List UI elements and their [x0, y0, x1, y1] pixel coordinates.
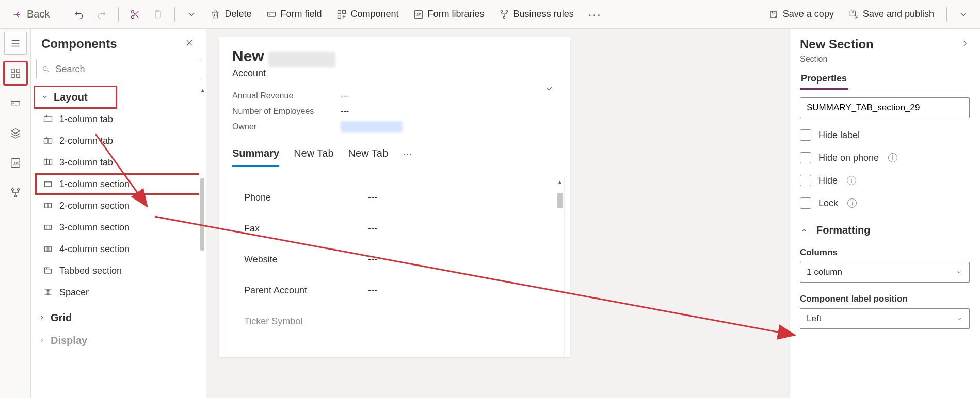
field-row[interactable]: Ticker Symbol	[224, 306, 564, 337]
tabs-overflow[interactable]: ···	[403, 147, 412, 161]
field-row[interactable]: Phone ---	[224, 183, 564, 213]
search-icon	[42, 64, 50, 74]
form-scrollbar[interactable]: ▲	[556, 177, 564, 357]
hamburger-button[interactable]	[4, 32, 27, 55]
group-display-label: Display	[51, 335, 87, 346]
check-lock[interactable]: Lock i	[800, 197, 970, 209]
svg-rect-7	[338, 15, 341, 18]
item-4-column-section[interactable]: 4-column section	[35, 238, 206, 260]
item-2-column-tab[interactable]: 2-column tab	[35, 130, 206, 152]
scissors-icon	[130, 9, 140, 20]
svg-point-12	[503, 16, 505, 18]
group-grid-header[interactable]: Grid	[31, 306, 206, 329]
paste-button[interactable]	[149, 4, 167, 25]
check-hide-label[interactable]: Hide label	[800, 129, 970, 141]
components-search[interactable]	[36, 59, 201, 79]
info-icon[interactable]: i	[888, 153, 897, 162]
item-3-column-tab[interactable]: 3-column tab	[35, 152, 206, 173]
component-button[interactable]: Component	[331, 4, 404, 25]
group-display-header[interactable]: Display	[31, 329, 206, 352]
nav-js[interactable]: JS	[4, 152, 27, 174]
checkbox[interactable]	[800, 175, 811, 186]
undo-button[interactable]	[70, 4, 88, 25]
component-icon	[336, 9, 347, 20]
save-copy-button[interactable]: Save a copy	[763, 4, 839, 25]
field-value: ---	[368, 285, 377, 296]
tab-new-2[interactable]: New Tab	[348, 142, 388, 167]
properties-subtitle: Section	[800, 55, 970, 64]
header-field-row[interactable]: Annual Revenue ---	[232, 88, 556, 104]
save-publish-chevron[interactable]	[954, 4, 973, 25]
check-hide[interactable]: Hide i	[800, 175, 970, 186]
save-copy-icon	[768, 9, 779, 20]
back-button[interactable]: Back	[7, 4, 55, 25]
scroll-up-icon[interactable]: ▲	[199, 86, 206, 95]
components-scrollbar[interactable]: ▲	[199, 86, 206, 398]
check-hide-phone[interactable]: Hide on phone i	[800, 152, 970, 163]
save-publish-icon	[848, 9, 859, 20]
checkbox[interactable]	[800, 197, 811, 209]
columns-select[interactable]: 1 column	[800, 262, 970, 283]
scroll-up-icon[interactable]: ▲	[556, 177, 564, 187]
chevron-right-icon	[960, 39, 970, 48]
chevron-dropdown[interactable]	[182, 4, 201, 25]
nav-fields[interactable]	[4, 92, 27, 114]
item-1-column-section[interactable]: 1-column section	[35, 173, 206, 195]
item-2-column-section[interactable]: 2-column section	[35, 195, 206, 217]
svg-rect-31	[44, 225, 51, 229]
scroll-thumb[interactable]	[200, 178, 204, 251]
checkbox[interactable]	[800, 152, 811, 163]
info-icon[interactable]: i	[847, 176, 856, 185]
item-3-column-section[interactable]: 3-column section	[35, 217, 206, 238]
delete-button[interactable]: Delete	[205, 4, 256, 25]
svg-text:JS: JS	[416, 12, 421, 18]
svg-point-24	[14, 195, 17, 197]
info-icon[interactable]: i	[847, 198, 857, 208]
save-publish-button[interactable]: Save and publish	[843, 4, 939, 25]
nav-tree[interactable]	[4, 122, 27, 144]
header-field-row[interactable]: Owner	[232, 119, 556, 135]
components-close[interactable]	[185, 38, 194, 49]
item-spacer[interactable]: Spacer	[35, 281, 206, 303]
business-rules-button[interactable]: Business rules	[494, 4, 579, 25]
form-field-button[interactable]: Form field	[261, 4, 327, 25]
field-row[interactable]: Fax ---	[224, 213, 564, 244]
label-position-select[interactable]: Left	[800, 308, 970, 329]
search-input[interactable]	[55, 64, 196, 75]
spacer-icon	[43, 287, 53, 297]
header-collapse[interactable]	[544, 84, 554, 96]
left-nav: JS	[0, 29, 31, 398]
save-publish-label: Save and publish	[863, 9, 934, 20]
group-layout-header[interactable]: Layout	[34, 86, 117, 108]
tab-summary[interactable]: Summary	[232, 142, 279, 167]
nav-rules[interactable]	[4, 181, 27, 204]
rules-nav-icon	[10, 187, 21, 198]
clipboard-icon	[153, 9, 163, 20]
header-field-row[interactable]: Number of Employees ---	[232, 104, 556, 119]
undo-icon	[74, 9, 84, 20]
scroll-thumb[interactable]	[557, 193, 563, 208]
properties-expand[interactable]	[960, 39, 970, 50]
columns-label: Columns	[800, 247, 970, 258]
section-name-input[interactable]	[800, 97, 970, 118]
field-row[interactable]: Website ---	[224, 244, 564, 275]
form-section[interactable]: Phone --- Fax --- Website --- Parent Acc…	[224, 177, 565, 357]
tab-properties[interactable]: Properties	[800, 73, 848, 90]
item-1-column-tab[interactable]: 1-column tab	[35, 108, 206, 130]
field-row[interactable]: Parent Account ---	[224, 275, 564, 306]
form-libraries-button[interactable]: JS Form libraries	[408, 4, 490, 25]
redo-button[interactable]	[92, 4, 111, 25]
svg-rect-26	[44, 117, 52, 122]
tab-new-1[interactable]: New Tab	[294, 142, 333, 167]
formatting-header[interactable]: Formatting	[800, 224, 970, 236]
item-tabbed-section[interactable]: Tabbed section	[35, 260, 206, 281]
form-card[interactable]: New Account Annual Revenue --- Number of…	[219, 37, 570, 357]
checkbox[interactable]	[800, 129, 811, 141]
toolbar-overflow[interactable]: ···	[583, 7, 607, 22]
svg-point-10	[501, 10, 502, 12]
nav-components[interactable]	[4, 62, 27, 85]
chevron-down-icon	[956, 315, 963, 322]
business-rules-label: Business rules	[513, 9, 574, 20]
check-label: Hide	[818, 175, 838, 186]
cut-button[interactable]	[126, 4, 144, 25]
